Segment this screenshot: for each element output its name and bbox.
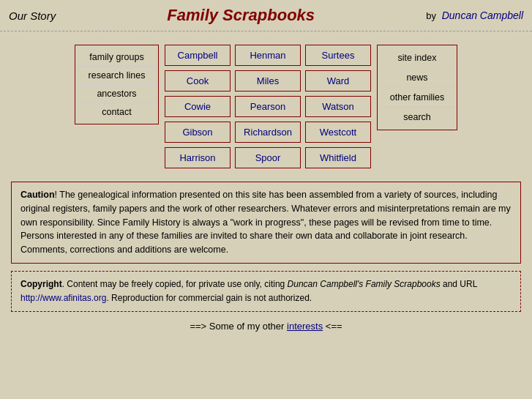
family-pearson[interactable]: Pearson — [235, 96, 301, 117]
family-campbell[interactable]: Campbell — [165, 45, 231, 66]
nav-news[interactable]: news — [378, 68, 457, 88]
family-westcott[interactable]: Westcott — [305, 122, 371, 143]
family-spoor[interactable]: Spoor — [235, 147, 301, 168]
family-gibson[interactable]: Gibson — [165, 122, 231, 143]
nav-search[interactable]: search — [378, 108, 457, 127]
copyright-label: Copyright — [20, 279, 62, 289]
copyright-italic-title: Duncan Campbell's Family Scrapbooks — [288, 279, 441, 289]
nav-site-index[interactable]: site index — [378, 48, 457, 68]
family-watson[interactable]: Watson — [305, 96, 371, 117]
copyright-text2: and URL — [441, 279, 477, 289]
footer-interests-link[interactable]: interests — [287, 321, 323, 332]
main-content: family groups research lines ancestors c… — [0, 31, 532, 346]
footer-suffix: <== — [323, 321, 342, 332]
family-henman[interactable]: Henman — [235, 45, 301, 66]
page-title: Family Scrapbooks — [56, 6, 426, 25]
copyright-box: Copyright. Content may be freely copied,… — [11, 271, 521, 312]
caution-box: Caution! The genealogical information pr… — [11, 182, 521, 264]
family-harrison[interactable]: Harrison — [165, 147, 231, 168]
page-header: Our Story Family Scrapbooks by Duncan Ca… — [0, 0, 532, 31]
nav-contact[interactable]: contact — [75, 103, 158, 121]
family-surtees[interactable]: Surtees — [305, 45, 371, 66]
nav-research-lines[interactable]: research lines — [75, 67, 158, 85]
family-whitfield[interactable]: Whitfield — [305, 147, 371, 168]
footer-prefix: ==> Some of my other — [190, 321, 287, 332]
copyright-text1: . Content may be freely copied, for priv… — [62, 279, 288, 289]
copyright-text3: . Reproduction for commercial gain is no… — [106, 293, 312, 303]
family-cowie[interactable]: Cowie — [165, 96, 231, 117]
right-nav: site index news other families search — [377, 45, 457, 130]
footer: ==> Some of my other interests <== — [11, 321, 521, 339]
family-grid: Campbell Henman Surtees Cook Miles Ward … — [165, 45, 371, 168]
nav-family-groups[interactable]: family groups — [75, 48, 158, 67]
center-section: family groups research lines ancestors c… — [11, 45, 521, 168]
caution-text: ! The genealogical information presented… — [20, 190, 511, 255]
copyright-url[interactable]: http://www.afinitas.org — [20, 293, 106, 303]
caution-label: Caution — [20, 190, 55, 200]
family-ward[interactable]: Ward — [305, 70, 371, 92]
author-credit: by Duncan Campbell — [426, 10, 523, 21]
family-cook[interactable]: Cook — [165, 70, 231, 92]
nav-ancestors[interactable]: ancestors — [75, 85, 158, 103]
our-story-link[interactable]: Our Story — [9, 10, 56, 22]
family-richardson[interactable]: Richardson — [235, 122, 301, 143]
family-miles[interactable]: Miles — [235, 70, 301, 92]
left-nav: family groups research lines ancestors c… — [75, 45, 159, 124]
nav-other-families[interactable]: other families — [378, 88, 457, 108]
